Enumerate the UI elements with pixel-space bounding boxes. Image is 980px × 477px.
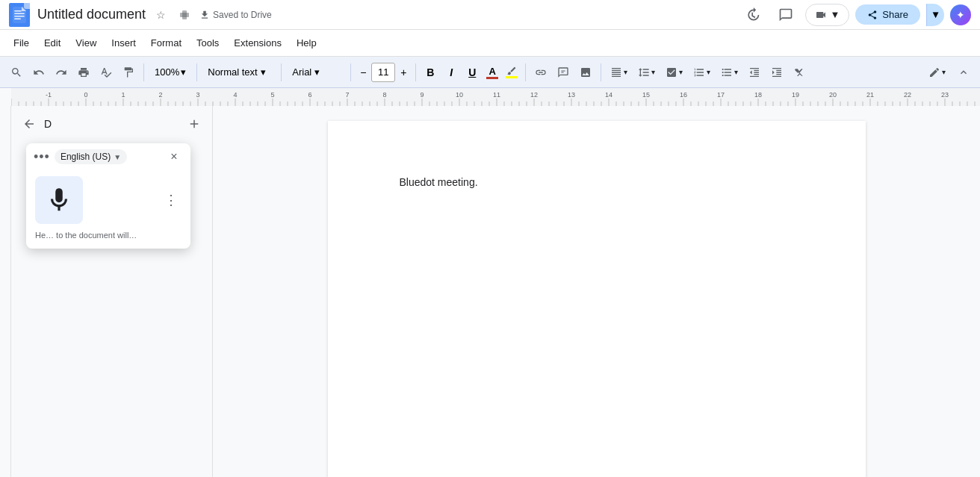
undo-button[interactable] <box>28 61 49 84</box>
font-size-input[interactable] <box>371 63 395 82</box>
spellcheck-button[interactable] <box>96 61 117 84</box>
share-button[interactable]: Share <box>855 4 920 25</box>
toolbar-divider-6 <box>525 63 526 81</box>
line-spacing-button[interactable]: ▾ <box>633 61 660 84</box>
move-button[interactable] <box>176 6 193 24</box>
decrease-indent-button[interactable] <box>744 61 765 84</box>
unordered-list-button[interactable]: ▾ <box>716 61 742 84</box>
microphone-button[interactable] <box>35 176 83 224</box>
document-page: Bluedot meeting. <box>328 121 866 477</box>
voice-popup-header: ••• English (US) ▼ × <box>26 143 190 170</box>
left-margin <box>0 106 11 477</box>
document-area[interactable]: Bluedot meeting. <box>213 106 980 477</box>
menu-file[interactable]: File <box>6 34 37 52</box>
voice-help-text: He… to the document will… <box>26 230 190 249</box>
edit-mode-button[interactable]: ▾ <box>924 61 950 84</box>
meet-label: ▼ <box>830 9 840 20</box>
collapse-toolbar-button[interactable] <box>953 61 974 84</box>
toolbar-divider-5 <box>415 63 416 81</box>
comments-button[interactable] <box>772 1 799 28</box>
menu-format[interactable]: Format <box>143 34 189 52</box>
highlight-color-button[interactable] <box>503 66 521 78</box>
print-button[interactable] <box>73 61 94 84</box>
voice-popup-close-button[interactable]: × <box>165 148 183 166</box>
text-color-button[interactable]: A <box>483 66 501 79</box>
menu-insert[interactable]: Insert <box>104 34 143 52</box>
font-size-area: − + <box>356 63 411 82</box>
ordered-list-button[interactable]: ▾ <box>689 61 715 84</box>
text-color-bar <box>486 77 498 79</box>
share-label: Share <box>882 9 908 20</box>
meet-button[interactable]: ▼ <box>805 4 849 26</box>
title-icon-group: ☆ <box>152 6 193 24</box>
doc-paragraph[interactable]: Bluedot meeting. <box>400 175 794 190</box>
toolbar-divider-2 <box>196 63 197 81</box>
toolbar-right-actions: ▾ <box>924 61 974 84</box>
menu-view[interactable]: View <box>68 34 104 52</box>
history-button[interactable] <box>739 1 766 28</box>
toolbar: 100% ▾ Normal text ▾ Arial ▾ − + B I U A <box>0 57 980 88</box>
main-area: D ••• English (US) ▼ × <box>0 106 980 477</box>
insert-comment-button[interactable] <box>553 61 574 84</box>
title-right-actions: ▼ Share ▼ ✦ <box>739 1 971 28</box>
title-bar: Untitled document ☆ Saved to Drive ▼ Sha… <box>0 0 980 30</box>
voice-typing-popup: ••• English (US) ▼ × ⋮ H <box>26 143 190 249</box>
gemini-button[interactable]: ✦ <box>950 4 971 25</box>
italic-button[interactable]: I <box>441 63 461 82</box>
language-select[interactable]: English (US) ▼ <box>55 149 127 164</box>
svg-rect-3 <box>14 13 25 14</box>
menu-extensions[interactable]: Extensions <box>226 34 289 52</box>
toolbar-divider-1 <box>143 63 144 81</box>
alignment-button[interactable]: ▾ <box>606 61 632 84</box>
saved-status: Saved to Drive <box>199 10 272 20</box>
svg-rect-7 <box>180 13 189 17</box>
clear-formatting-button[interactable] <box>789 61 810 84</box>
checklist-button[interactable]: ▾ <box>661 61 687 84</box>
svg-rect-4 <box>14 16 25 17</box>
toolbar-divider-7 <box>601 63 601 81</box>
paint-format-button[interactable] <box>118 61 139 84</box>
style-select[interactable]: Normal text ▾ <box>202 63 276 81</box>
svg-rect-2 <box>14 10 22 12</box>
menu-edit[interactable]: Edit <box>37 34 68 52</box>
microphone-icon <box>45 186 73 214</box>
menu-help[interactable]: Help <box>289 34 324 52</box>
zoom-select[interactable]: 100% ▾ <box>149 63 192 81</box>
sidebar-add-button[interactable] <box>182 112 206 136</box>
ruler <box>11 88 980 106</box>
redo-button[interactable] <box>51 61 72 84</box>
star-button[interactable]: ☆ <box>152 6 170 24</box>
insert-link-button[interactable] <box>530 61 551 84</box>
menu-bar: File Edit View Insert Format Tools Exten… <box>0 30 980 57</box>
font-size-decrease[interactable]: − <box>356 63 370 82</box>
doc-icon <box>9 3 30 27</box>
font-size-increase[interactable]: + <box>396 63 411 82</box>
document-title: Untitled document <box>37 7 146 22</box>
bold-button[interactable]: B <box>421 63 440 82</box>
font-select[interactable]: Arial ▾ <box>286 63 346 81</box>
document-content[interactable]: Bluedot meeting. <box>400 175 794 190</box>
increase-indent-button[interactable] <box>766 61 787 84</box>
share-dropdown-button[interactable]: ▼ <box>926 4 944 26</box>
sidebar-header: D <box>17 112 206 136</box>
toolbar-divider-3 <box>281 63 282 81</box>
insert-image-button[interactable] <box>575 61 596 84</box>
voice-button-area: ⋮ <box>26 170 190 230</box>
search-toolbar-button[interactable] <box>6 61 27 84</box>
svg-rect-5 <box>14 18 21 19</box>
highlight-color-bar <box>506 76 518 78</box>
sidebar-panel: D ••• English (US) ▼ × <box>11 106 213 477</box>
underline-button[interactable]: U <box>462 63 482 82</box>
toolbar-divider-4 <box>350 63 351 81</box>
voice-popup-menu-icon[interactable]: ••• <box>34 149 50 165</box>
sidebar-back-button[interactable] <box>17 112 41 136</box>
voice-more-options-button[interactable]: ⋮ <box>161 190 182 211</box>
sidebar-title: D <box>44 118 182 130</box>
menu-tools[interactable]: Tools <box>189 34 226 52</box>
